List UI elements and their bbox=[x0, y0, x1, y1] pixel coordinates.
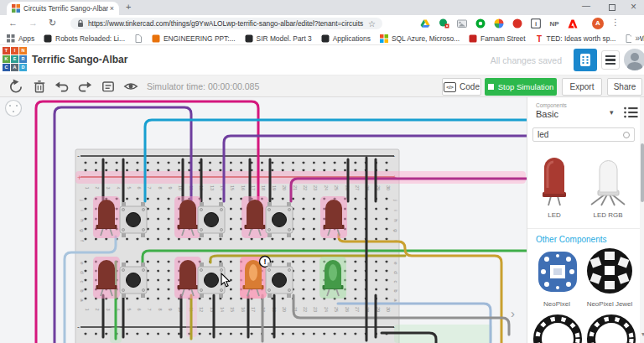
tinkercad-logo[interactable]: TINKERCAD bbox=[3, 47, 29, 73]
svg-text:c: c bbox=[393, 281, 398, 283]
component-search-box[interactable] bbox=[532, 127, 635, 142]
bookmark-item[interactable]: ENGINEERING PPT:... bbox=[152, 32, 236, 45]
circuit-view-button[interactable] bbox=[574, 49, 597, 71]
rotate-icon[interactable] bbox=[8, 79, 23, 94]
svg-text:25: 25 bbox=[334, 307, 339, 312]
notes-icon[interactable] bbox=[101, 79, 116, 94]
panel-collapse-chevron[interactable]: › bbox=[511, 306, 515, 320]
svg-text:15: 15 bbox=[230, 307, 235, 312]
component-list-view-button[interactable] bbox=[601, 50, 620, 70]
new-tab-button[interactable]: + bbox=[126, 2, 131, 12]
extension-icon-badge[interactable] bbox=[434, 18, 453, 29]
search-input[interactable] bbox=[533, 128, 634, 141]
bookmark-item[interactable]: Applications bbox=[321, 32, 371, 45]
component-name: LED bbox=[529, 211, 579, 219]
panel-scrollbar[interactable] bbox=[640, 97, 644, 343]
tab-close-icon[interactable]: × bbox=[110, 4, 114, 13]
components-panel: Components Basic ▾ LED LED RGB Othe bbox=[527, 97, 644, 343]
led-red[interactable] bbox=[174, 257, 201, 299]
bookmark-item[interactable]: Farnam Street bbox=[469, 32, 526, 45]
svg-text:j: j bbox=[80, 199, 85, 200]
circuit-canvas[interactable]: -+-+--jjiihhggffeeddccbbaa11223344556677… bbox=[0, 97, 527, 343]
bookmark-item[interactable]: Apps bbox=[7, 32, 34, 45]
list-view-icon[interactable] bbox=[623, 105, 640, 120]
extension-icon-drive[interactable] bbox=[416, 18, 434, 29]
undo-icon[interactable] bbox=[55, 79, 70, 94]
browser-tab[interactable]: Circuits Terrific Sango-Albar | Tin × bbox=[7, 2, 119, 15]
bookmark-icon-dark bbox=[245, 32, 253, 45]
extension-icon-reddot[interactable] bbox=[508, 18, 527, 29]
window-minimize-button[interactable]: — bbox=[582, 1, 590, 10]
component-led-rgb[interactable]: LED RGB bbox=[583, 154, 633, 219]
extension-icon-green[interactable] bbox=[471, 18, 490, 29]
bookmark-star-icon[interactable]: ☆ bbox=[368, 19, 376, 29]
neopixel-image bbox=[534, 248, 579, 295]
window-maximize-button[interactable] bbox=[609, 4, 615, 11]
bookmark-item[interactable]: TTED: Ideas worth sp... bbox=[535, 32, 616, 45]
extension-icon-boxedi[interactable]: i bbox=[527, 18, 545, 29]
neopixel-ring-images[interactable] bbox=[527, 314, 644, 343]
bookmark-item[interactable]: SQL Azure, Microso... bbox=[380, 32, 460, 45]
svg-text:16: 16 bbox=[241, 185, 246, 190]
led-red[interactable] bbox=[242, 196, 268, 238]
window-close-button[interactable]: × bbox=[631, 1, 636, 13]
visibility-eye-icon[interactable] bbox=[123, 79, 138, 94]
svg-text:23: 23 bbox=[313, 185, 318, 190]
extension-icon-adobe[interactable] bbox=[564, 19, 582, 29]
components-category-dropdown[interactable]: Basic bbox=[536, 109, 558, 119]
push-button[interactable] bbox=[120, 202, 147, 237]
zoom-to-fit-button[interactable] bbox=[6, 101, 22, 117]
svg-text:24: 24 bbox=[324, 307, 329, 312]
code-icon: </> bbox=[444, 82, 456, 92]
browser-menu-icon[interactable]: ⋮ bbox=[611, 18, 620, 27]
rail-label: - bbox=[392, 152, 395, 160]
back-icon[interactable]: ← bbox=[8, 18, 18, 28]
svg-text:30: 30 bbox=[386, 307, 391, 312]
svg-text:7: 7 bbox=[147, 308, 152, 310]
logo-square: K bbox=[3, 55, 10, 63]
redo-icon[interactable] bbox=[77, 79, 92, 94]
bookmark-item[interactable]: Robots Reloaded: Li... bbox=[44, 32, 125, 45]
led-red[interactable] bbox=[93, 257, 120, 299]
push-button[interactable] bbox=[266, 202, 293, 237]
rail-label: - bbox=[77, 323, 80, 331]
svg-text:23: 23 bbox=[313, 307, 318, 312]
code-button[interactable]: </> Code bbox=[442, 78, 481, 96]
component-led[interactable]: LED bbox=[529, 154, 579, 219]
rail-label: - bbox=[77, 152, 80, 160]
push-button[interactable] bbox=[198, 262, 225, 298]
share-button[interactable]: Share bbox=[607, 78, 642, 96]
push-button[interactable] bbox=[198, 202, 225, 237]
design-title[interactable]: Terrific Sango-Albar bbox=[32, 54, 127, 65]
bookmarks-overflow-icon[interactable]: » bbox=[631, 34, 640, 43]
bookmark-item[interactable] bbox=[134, 32, 143, 45]
extension-icon-frame[interactable] bbox=[453, 19, 471, 29]
extension-icon-multi[interactable] bbox=[490, 18, 508, 29]
bookmark-item[interactable]: SIR Model. Part 3 bbox=[245, 32, 312, 45]
delete-icon[interactable] bbox=[32, 79, 47, 94]
refresh-icon[interactable]: ↻ bbox=[49, 18, 56, 29]
url-field[interactable]: https://www.tinkercad.com/things/g9YwALO… bbox=[70, 18, 382, 29]
stop-simulation-button[interactable]: Stop Simulation bbox=[485, 78, 557, 96]
led-green[interactable] bbox=[319, 257, 346, 299]
chevron-down-icon[interactable]: ▾ bbox=[610, 108, 614, 117]
export-button[interactable]: Export bbox=[562, 78, 602, 96]
scrollbar-thumb[interactable] bbox=[641, 143, 644, 202]
panel-divider bbox=[527, 228, 644, 229]
led-red[interactable] bbox=[174, 196, 201, 238]
browser-profile-avatar[interactable]: A bbox=[592, 18, 604, 29]
svg-text:4: 4 bbox=[116, 186, 121, 189]
forward-icon[interactable]: → bbox=[29, 18, 38, 28]
push-button[interactable] bbox=[266, 262, 293, 298]
component-name: LED RGB bbox=[583, 211, 633, 219]
component-neopixel[interactable]: NeoPixel bbox=[532, 248, 582, 308]
extension-icon-np[interactable]: NP bbox=[545, 20, 564, 28]
svg-text:T: T bbox=[537, 34, 542, 43]
svg-text:6: 6 bbox=[137, 186, 142, 189]
led-red[interactable] bbox=[93, 196, 120, 238]
led-red[interactable] bbox=[320, 196, 347, 238]
user-avatar[interactable] bbox=[624, 49, 644, 70]
push-button[interactable] bbox=[120, 262, 147, 298]
component-neopixel-jewel[interactable]: NeoPixel Jewel bbox=[584, 247, 635, 308]
svg-text:22: 22 bbox=[303, 185, 308, 190]
